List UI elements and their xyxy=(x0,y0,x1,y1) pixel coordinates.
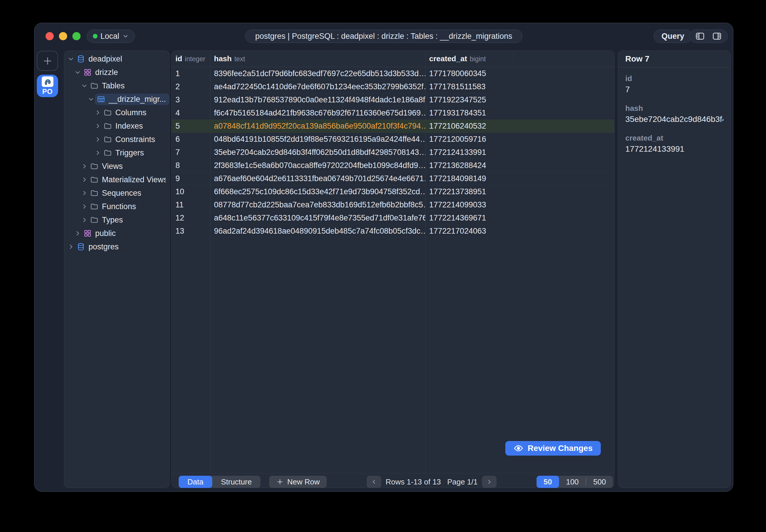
sidebar-item-types[interactable]: Types xyxy=(64,213,169,227)
chevron-right-icon[interactable] xyxy=(81,203,88,210)
cell-created-at[interactable]: 1771781511583 xyxy=(425,82,513,91)
sidebar-item-public[interactable]: public xyxy=(64,227,169,240)
table-row[interactable]: 3912ead13b7b768537890c0a0ee11324f4948f4d… xyxy=(171,93,614,106)
page-size-100[interactable]: 100 xyxy=(559,476,586,488)
cell-id[interactable]: 7 xyxy=(171,148,210,157)
table-row[interactable]: 106f668ec2575c109dc86c15d33e42f71e9d73b9… xyxy=(171,185,614,198)
field-value[interactable]: 1772124133991 xyxy=(625,144,723,154)
toggle-left-sidebar-icon[interactable] xyxy=(694,30,706,42)
zoom-button[interactable] xyxy=(72,32,81,40)
minimize-button[interactable] xyxy=(59,32,67,40)
page-size-50[interactable]: 50 xyxy=(536,476,559,488)
chevron-down-icon[interactable] xyxy=(87,95,95,103)
review-changes-button[interactable]: Review Changes xyxy=(505,441,601,456)
tab-structure[interactable]: Structure xyxy=(212,476,261,488)
cell-created-at[interactable]: 1772124133991 xyxy=(425,148,513,157)
cell-id[interactable]: 12 xyxy=(171,213,210,223)
connection-tile-postgres[interactable]: PO xyxy=(37,75,58,97)
chevron-down-icon[interactable] xyxy=(67,55,75,63)
cell-created-at[interactable]: 1771780060345 xyxy=(425,69,513,78)
sidebar-item-postgres[interactable]: postgres xyxy=(64,240,169,253)
toggle-right-sidebar-icon[interactable] xyxy=(711,30,723,42)
chevron-right-icon[interactable] xyxy=(94,136,101,143)
table-row[interactable]: 4f6c47b5165184ad421fb9638c676b92f6711636… xyxy=(171,106,614,120)
table-row[interactable]: 2ae4ad722450c1410d6e7de6f607b1234eec353b… xyxy=(171,80,614,93)
table-row[interactable]: 735ebe7204cab2c9d846b3f4ff062b50d1d8bdf4… xyxy=(171,146,614,159)
cell-id[interactable]: 13 xyxy=(171,227,210,236)
cell-id[interactable]: 10 xyxy=(171,187,210,196)
cell-hash[interactable]: 35ebe7204cab2c9d846b3f4ff062b50d1d8bdf42… xyxy=(210,148,425,157)
cell-hash[interactable]: 08778d77cb2d225baa7cea7eb833db169d512efb… xyxy=(210,200,425,209)
sidebar-item-triggers[interactable]: Triggers xyxy=(64,146,169,160)
cell-created-at[interactable]: 1772217024063 xyxy=(425,227,513,236)
chevron-right-icon[interactable] xyxy=(81,162,88,170)
cell-hash[interactable]: a676aef60e604d2e6113331fbea06749b701d256… xyxy=(210,174,425,183)
cell-id[interactable]: 6 xyxy=(171,135,210,144)
new-row-button[interactable]: New Row xyxy=(269,476,327,488)
sidebar-item-materialized-views[interactable]: Materialized Views xyxy=(64,173,169,186)
table-row[interactable]: 6048bd64191b10855f2dd19f88e57693216195a9… xyxy=(171,133,614,146)
cell-id[interactable]: 4 xyxy=(171,109,210,118)
sidebar-item-views[interactable]: Views xyxy=(64,160,169,173)
sidebar-item-sequences[interactable]: Sequences xyxy=(64,186,169,200)
sidebar-item-constraints[interactable]: Constraints xyxy=(64,133,169,146)
sidebar-item-deadpixel[interactable]: deadpixel xyxy=(64,52,169,66)
page-size-500[interactable]: 500 xyxy=(586,476,613,488)
cell-hash[interactable]: a07848cf141d9d952f20ca139a856ba6e9500af2… xyxy=(210,122,425,131)
table-row[interactable]: 9a676aef60e604d2e6113331fbea06749b701d25… xyxy=(171,172,614,185)
next-page-button[interactable] xyxy=(482,476,496,488)
cell-id[interactable]: 5 xyxy=(171,122,210,131)
cell-hash[interactable]: 2f3683fe1c5e8a6b070acca8ffe97202204fbeb1… xyxy=(210,161,425,170)
previous-page-button[interactable] xyxy=(367,476,381,488)
close-button[interactable] xyxy=(45,32,54,40)
chevron-down-icon[interactable] xyxy=(81,82,88,90)
table-row[interactable]: 82f3683fe1c5e8a6b070acca8ffe97202204fbeb… xyxy=(171,159,614,172)
tab-data[interactable]: Data xyxy=(179,476,212,488)
chevron-right-icon[interactable] xyxy=(94,149,101,157)
table-row[interactable]: 1108778d77cb2d225baa7cea7eb833db169d512e… xyxy=(171,198,614,211)
table-row[interactable]: 18396fee2a51dcf79d6bfc683edf7697c22e65db… xyxy=(171,67,614,80)
cell-hash[interactable]: ae4ad722450c1410d6e7de6f607b1234eec353b2… xyxy=(210,82,425,91)
cell-created-at[interactable]: 1772213738951 xyxy=(425,187,513,196)
chevron-right-icon[interactable] xyxy=(94,109,101,116)
table-row[interactable]: 12a648c11e56377c633109c415f79f4e8e7355ed… xyxy=(171,211,614,225)
cell-hash[interactable]: 048bd64191b10855f2dd19f88e57693216195a9a… xyxy=(210,135,425,144)
table-row[interactable]: 1396ad2af24d394618ae04890915deb485c7a74f… xyxy=(171,225,614,238)
field-value[interactable]: 7 xyxy=(625,84,723,95)
cell-created-at[interactable]: 1771931784351 xyxy=(425,109,513,118)
sidebar-item-functions[interactable]: Functions xyxy=(64,200,169,213)
sidebar-item-columns[interactable]: Columns xyxy=(64,106,169,119)
chevron-right-icon[interactable] xyxy=(81,216,88,224)
cell-hash[interactable]: 6f668ec2575c109dc86c15d33e42f71e9d73b904… xyxy=(210,187,425,196)
cell-id[interactable]: 9 xyxy=(171,174,210,183)
chevron-right-icon[interactable] xyxy=(94,122,101,130)
cell-created-at[interactable]: 1772136288424 xyxy=(425,161,513,170)
chevron-right-icon[interactable] xyxy=(81,176,88,183)
cell-created-at[interactable]: 1772214369671 xyxy=(425,213,513,223)
chevron-right-icon[interactable] xyxy=(81,189,88,197)
cell-created-at[interactable]: 1772184098149 xyxy=(425,174,513,183)
cell-id[interactable]: 2 xyxy=(171,82,210,91)
cell-created-at[interactable]: 1771922347525 xyxy=(425,95,513,104)
sidebar-item-drizzle-migr[interactable]: __drizzle_migr... xyxy=(64,92,169,106)
cell-hash[interactable]: f6c47b5165184ad421fb9638c676b92f67116360… xyxy=(210,109,425,118)
cell-hash[interactable]: 8396fee2a51dcf79d6bfc683edf7697c22e65db5… xyxy=(210,69,425,78)
cell-id[interactable]: 11 xyxy=(171,200,210,209)
add-connection-button[interactable] xyxy=(37,51,58,71)
column-header-hash[interactable]: hashtext xyxy=(210,54,425,63)
cell-id[interactable]: 3 xyxy=(171,95,210,104)
connection-selector[interactable]: Local xyxy=(87,29,135,43)
column-header-created-at[interactable]: created_atbigint xyxy=(425,54,513,63)
column-header-id[interactable]: idinteger xyxy=(171,54,210,63)
cell-id[interactable]: 1 xyxy=(171,69,210,78)
chevron-right-icon[interactable] xyxy=(67,243,75,251)
sidebar-item-tables[interactable]: Tables xyxy=(64,79,169,92)
cell-created-at[interactable]: 1772106240532 xyxy=(425,122,513,131)
cell-created-at[interactable]: 1772214099033 xyxy=(425,200,513,209)
cell-hash[interactable]: 96ad2af24d394618ae04890915deb485c7a74fc0… xyxy=(210,227,425,236)
cell-hash[interactable]: 912ead13b7b768537890c0a0ee11324f4948f4da… xyxy=(210,95,425,104)
cell-created-at[interactable]: 1772120059716 xyxy=(425,135,513,144)
table-row[interactable]: 5a07848cf141d9d952f20ca139a856ba6e9500af… xyxy=(171,120,614,133)
field-value[interactable]: 35ebe7204cab2c9d846b3f4ff0 xyxy=(625,114,723,125)
cell-hash[interactable]: a648c11e56377c633109c415f79f4e8e7355ed71… xyxy=(210,213,425,223)
